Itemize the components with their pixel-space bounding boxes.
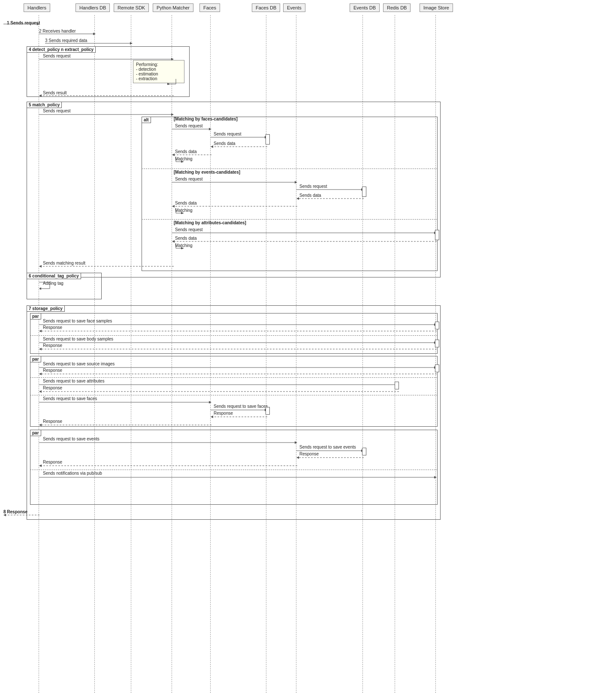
act-facesdb1 (266, 134, 270, 145)
act-imagestore1 (435, 230, 439, 240)
svg-marker-53 (39, 330, 42, 332)
fragment-alt: alt (142, 117, 438, 271)
svg-marker-22 (172, 154, 175, 156)
svg-marker-75 (295, 441, 297, 444)
save-attrs-arrow (39, 383, 399, 387)
lifeline-handlers-db: Handlers DB (75, 3, 110, 12)
fragment-storage-label: 7 storage_policy (27, 305, 65, 312)
svg-marker-67 (209, 401, 211, 404)
alt-divider-1 (142, 169, 438, 169)
sends-request-match-arrow (39, 112, 174, 117)
save-face-samples-arrow (39, 322, 437, 327)
act-eventsdb1 (362, 187, 366, 197)
save-source-images-arrow (39, 365, 437, 370)
matching-loop-3 (175, 242, 184, 249)
svg-marker-12 (39, 94, 42, 97)
svg-marker-49 (39, 287, 41, 290)
lifeline-redis-db: Redis DB (383, 3, 411, 12)
msg1-arrow (3, 22, 40, 26)
sends-matching-result-arrow (39, 264, 174, 268)
svg-marker-61 (39, 373, 42, 375)
sends-req-facesdb-arrow (211, 135, 268, 139)
svg-marker-79 (296, 456, 299, 459)
sends-data-imagestore-arrow (172, 239, 437, 244)
svg-marker-73 (39, 424, 42, 426)
svg-marker-3 (93, 33, 96, 35)
fragment-conditional-tag: 6 conditional_tag_policy (27, 273, 102, 299)
act-is-fs (435, 322, 439, 329)
msg2-arrow (39, 32, 96, 36)
svg-marker-16 (209, 128, 211, 130)
loop-arrow (167, 78, 178, 85)
sends-req-imagestore-arrow (172, 231, 437, 235)
fragment-match-label: 5 match_policy (27, 102, 62, 108)
fragment-detect-label: 4 detect_policy n extract_policy (27, 46, 96, 53)
svg-marker-40 (172, 240, 175, 243)
guard-attrs: [Matching by attributes-candidates] (174, 220, 246, 225)
par1-label: par (30, 313, 41, 319)
save-events-arrow (39, 440, 298, 445)
act-redis-attrs (395, 382, 399, 389)
svg-marker-27 (295, 181, 297, 184)
matching-loop-1 (175, 156, 184, 163)
guard-faces: [Matching by faces-candidates] (174, 117, 238, 121)
response-bs-arrow (39, 347, 437, 351)
guard-events: [Matching by events-candidates] (174, 170, 240, 175)
svg-marker-71 (211, 416, 213, 418)
msg3-arrow (45, 41, 133, 45)
send-pubsub-arrow (39, 475, 437, 479)
lifeline-faces-db: Faces DB (252, 3, 280, 12)
lifeline-events: Events (283, 3, 305, 12)
msg8-arrow (3, 513, 40, 517)
sends-result-arrow (39, 93, 174, 98)
act-facesdb-sf (266, 407, 270, 415)
sends-req-faces-arrow (172, 127, 212, 131)
response-attrs-arrow (39, 389, 399, 394)
svg-marker-45 (39, 265, 42, 268)
fragment-conditional-label: 6 conditional_tag_policy (27, 273, 81, 279)
svg-marker-31 (296, 197, 299, 200)
matching-loop-2 (175, 207, 184, 214)
response-si-arrow (39, 372, 437, 376)
lifeline-python-matcher: Python Matcher (153, 3, 193, 12)
svg-marker-1 (37, 23, 39, 25)
par2-label: par (30, 356, 41, 362)
response-facesdb-arrow (211, 415, 268, 419)
svg-marker-65 (39, 390, 42, 393)
svg-marker-57 (39, 348, 42, 350)
svg-marker-14 (171, 113, 174, 116)
save-faces-h-arrow (39, 400, 212, 404)
act-is-si (435, 365, 439, 372)
par3-label: par (30, 430, 41, 436)
sequence-diagram: Handlers Handlers DB Remote SDK Python M… (0, 0, 616, 693)
response-events-handlers-arrow (39, 464, 298, 468)
lifeline-events-db: Events DB (350, 3, 380, 12)
svg-marker-33 (172, 205, 175, 208)
save-body-samples-arrow (39, 340, 437, 345)
par2-divider2 (30, 395, 438, 395)
svg-marker-20 (211, 145, 213, 148)
act-is-bs (435, 340, 439, 347)
response-faces-handlers-arrow (39, 423, 212, 427)
lifeline-remote-sdk: Remote SDK (114, 3, 149, 12)
sends-req-events-arrow (172, 180, 298, 184)
par1-divider (30, 335, 438, 336)
svg-marker-81 (39, 464, 42, 467)
alt-divider-2 (142, 219, 438, 220)
lifeline-faces: Faces (199, 3, 220, 12)
sends-data-faces-arrow (211, 145, 268, 149)
response-fs-arrow (39, 329, 437, 333)
adding-tag-loop (39, 280, 52, 291)
svg-marker-83 (434, 476, 437, 479)
response-eventsdb-arrow (296, 455, 364, 460)
act-eventsdb-se (362, 448, 366, 455)
svg-marker-5 (130, 42, 133, 45)
alt-label: alt (142, 117, 151, 123)
svg-marker-85 (3, 514, 6, 516)
sends-req-eventsdb-arrow (296, 187, 364, 192)
lifeline-image-store: Image Store (420, 3, 453, 12)
par3-divider (30, 470, 438, 470)
sends-data-events-arrow (296, 196, 364, 201)
lifeline-handlers: Handlers (24, 3, 50, 12)
par2-divider1 (30, 377, 438, 378)
